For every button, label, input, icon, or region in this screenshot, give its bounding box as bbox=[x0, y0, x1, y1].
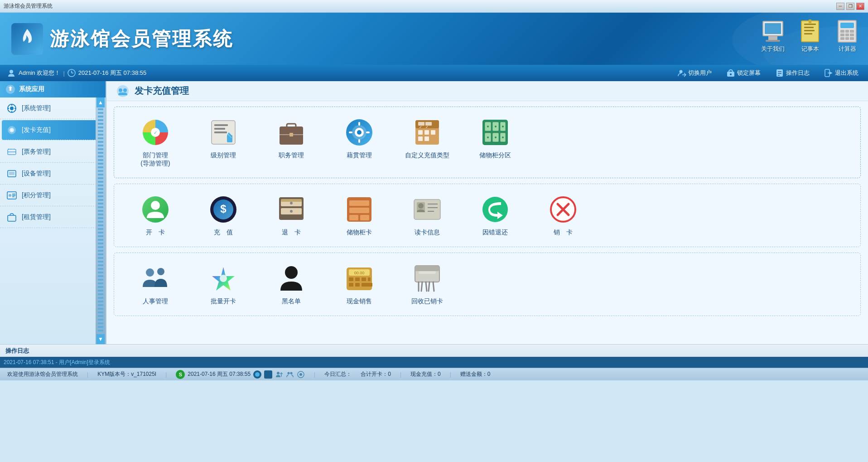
svg-point-95 bbox=[290, 202, 293, 204]
close-button[interactable]: ✕ bbox=[856, 3, 864, 10]
batch-open-label: 批量开卡 bbox=[211, 297, 236, 306]
scroll-down-arrow[interactable]: ▼ bbox=[96, 334, 105, 344]
points-item[interactable]: 藉贯管理 bbox=[325, 112, 393, 173]
switch-user-icon bbox=[677, 68, 686, 78]
svg-rect-46 bbox=[214, 128, 225, 130]
svg-point-113 bbox=[157, 268, 164, 275]
error-refund-icon bbox=[480, 194, 511, 225]
svg-rect-121 bbox=[362, 277, 366, 281]
svg-rect-45 bbox=[214, 124, 228, 126]
sidebar-item-device-mgmt[interactable]: [设备管理] bbox=[0, 163, 106, 185]
rental-mgmt-icon bbox=[5, 211, 18, 224]
status-bar: 欢迎使用游泳馆会员管理系统 | KYM版本号：v_171025I | S 202… bbox=[0, 368, 868, 380]
batch-open-item[interactable]: 批量开卡 bbox=[189, 258, 257, 311]
locker-card-item[interactable]: 储物柜卡 bbox=[325, 189, 393, 242]
minimize-button[interactable]: ─ bbox=[836, 3, 844, 10]
clock-icon bbox=[68, 69, 76, 77]
switch-user-button[interactable]: 切换用户 bbox=[675, 68, 714, 78]
user-greeting: Admin 欢迎您！ bbox=[7, 68, 60, 78]
svg-rect-66 bbox=[418, 130, 423, 135]
read-card-label: 读卡信息 bbox=[415, 229, 440, 237]
title-bar: 游泳馆会员管理系统 ─ ❐ ✕ bbox=[0, 0, 868, 13]
status-icon-5 bbox=[297, 370, 305, 379]
window-title: 游泳馆会员管理系统 bbox=[4, 2, 53, 10]
svg-point-7 bbox=[680, 70, 683, 73]
lock-screen-button[interactable]: 锁定屏幕 bbox=[723, 68, 763, 78]
switch-user-label: 切换用户 bbox=[688, 69, 712, 77]
svg-point-134 bbox=[277, 372, 280, 374]
lock-screen-label: 锁定屏幕 bbox=[737, 69, 761, 77]
operation-log-button[interactable]: 操作日志 bbox=[772, 68, 812, 78]
custom-charge-item[interactable]: ✓ ✓ 自定义充值类型 bbox=[393, 112, 461, 173]
svg-point-82 bbox=[502, 126, 504, 127]
window-controls[interactable]: ─ ❐ ✕ bbox=[836, 3, 864, 10]
status-icon-4 bbox=[286, 370, 294, 379]
header-logo bbox=[9, 21, 45, 57]
svg-rect-59 bbox=[358, 139, 360, 143]
exit-label: 退出系统 bbox=[835, 69, 858, 77]
version-text: KYM版本号：v_171025I bbox=[97, 370, 156, 378]
calculator-tool[interactable]: 计算器 bbox=[835, 19, 859, 53]
svg-rect-47 bbox=[214, 131, 227, 133]
datetime-display: 2021-07-16 周五 07:38:55 bbox=[68, 69, 146, 77]
cash-sale-item[interactable]: 00.00 现金销售 bbox=[325, 258, 393, 311]
svg-point-27 bbox=[11, 129, 13, 131]
sidebar-item-points-mgmt[interactable]: [积分管理] bbox=[0, 185, 106, 206]
sidebar-item-ticket-mgmt[interactable]: [票务管理] bbox=[0, 141, 106, 163]
restore-button[interactable]: ❐ bbox=[846, 3, 854, 10]
recharge-text: 现金充值：0 bbox=[410, 370, 441, 378]
svg-rect-120 bbox=[355, 277, 360, 281]
sidebar-item-rental-mgmt[interactable]: [租赁管理] bbox=[0, 206, 106, 228]
scroll-up-arrow[interactable]: ▲ bbox=[96, 97, 105, 107]
recharge-item[interactable]: $ 充 值 bbox=[189, 189, 257, 242]
points-mgmt-icon bbox=[5, 189, 18, 202]
nav-left: Admin 欢迎您！ | 2021-07-16 周五 07:38:55 bbox=[7, 68, 146, 78]
card-mgmt-label: [发卡充值] bbox=[22, 126, 51, 134]
svg-rect-61 bbox=[366, 131, 370, 133]
level-mgmt-item[interactable]: 级别管理 bbox=[189, 112, 257, 173]
return-card-item[interactable]: 退 卡 bbox=[257, 189, 325, 242]
job-mgmt-item[interactable]: 职务管理 bbox=[257, 112, 325, 173]
card-mgmt-icon bbox=[5, 124, 18, 136]
about-tool[interactable]: 关于我们 bbox=[761, 19, 785, 53]
device-mgmt-icon bbox=[5, 167, 18, 180]
notebook-label: 记事本 bbox=[801, 45, 819, 53]
hr-item[interactable]: 人事管理 bbox=[121, 258, 189, 311]
section-1: ✓ 部门管理 (导游管理) bbox=[114, 107, 861, 178]
notebook-tool[interactable]: 记事本 bbox=[798, 19, 822, 53]
custom-charge-icon: ✓ ✓ bbox=[412, 117, 443, 148]
sidebar-scrollbar[interactable]: ▲ ▼ bbox=[96, 97, 106, 344]
locker-zone-item[interactable]: 储物柜分区 bbox=[461, 112, 529, 173]
cancel-card-item[interactable]: 销 卡 bbox=[529, 189, 597, 242]
level-mgmt-icon bbox=[208, 117, 239, 148]
cash-sale-label: 现金销售 bbox=[347, 297, 372, 306]
statusbar-datetime: 2021-07-16 周五 07:38:55 bbox=[188, 370, 251, 378]
dept-mgmt-item[interactable]: ✓ 部门管理 (导游管理) bbox=[121, 112, 189, 173]
dept-mgmt-icon: ✓ bbox=[140, 117, 171, 148]
content-area: 发卡充值管理 ✓ 部门管理 (导游管理 bbox=[106, 81, 868, 344]
level-mgmt-label: 级别管理 bbox=[211, 151, 236, 160]
read-card-item[interactable]: 读卡信息 bbox=[393, 189, 461, 242]
system-mgmt-icon bbox=[5, 102, 18, 115]
open-card-item[interactable]: 开 卡 bbox=[121, 189, 189, 242]
exit-button[interactable]: 退出系统 bbox=[821, 68, 861, 78]
svg-rect-127 bbox=[415, 266, 439, 271]
recycle-cancel-item[interactable]: 回收已销卡 bbox=[393, 258, 461, 311]
sidebar-item-card-mgmt[interactable]: [发卡充值] bbox=[2, 120, 104, 140]
user-greeting-icon bbox=[7, 68, 16, 78]
blacklist-item[interactable]: 黑名单 bbox=[257, 258, 325, 311]
svg-rect-60 bbox=[349, 131, 352, 133]
welcome-text: 欢迎使用游泳馆会员管理系统 bbox=[7, 370, 78, 378]
svg-point-83 bbox=[487, 136, 489, 138]
scroll-track bbox=[98, 108, 103, 333]
notebook-icon bbox=[798, 19, 822, 43]
svg-point-80 bbox=[487, 126, 489, 127]
svg-rect-124 bbox=[355, 283, 360, 287]
locker-card-icon bbox=[344, 194, 375, 225]
points-mgmt-label: [积分管理] bbox=[22, 191, 51, 199]
sidebar-item-system-mgmt[interactable]: [系统管理] bbox=[0, 97, 106, 119]
locker-zone-label: 储物柜分区 bbox=[479, 151, 511, 160]
recharge-icon: $ bbox=[208, 194, 239, 225]
svg-rect-123 bbox=[349, 283, 353, 287]
error-refund-item[interactable]: 因错退还 bbox=[461, 189, 529, 242]
